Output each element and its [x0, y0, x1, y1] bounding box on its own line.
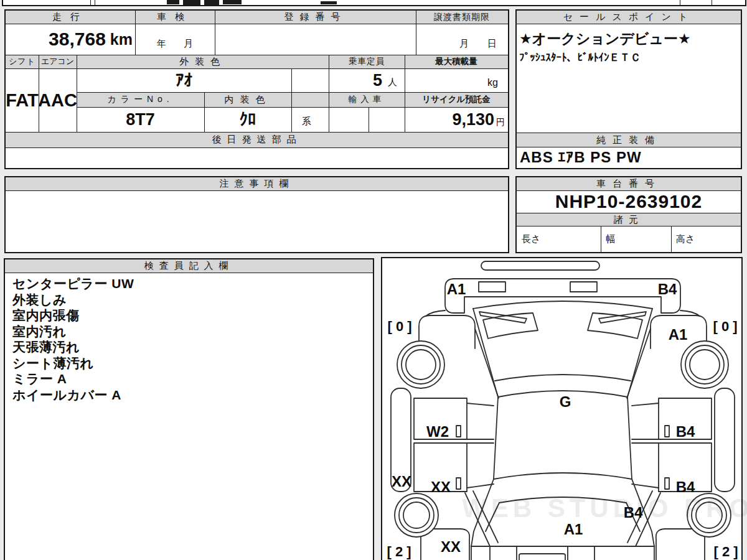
clipped-text-fragment [204, 0, 219, 5]
wheel-rear-left [395, 493, 438, 537]
inspection-month-label: 月 [184, 38, 193, 50]
damage-label-front-panel-left: A1 [447, 281, 466, 297]
deadline-day-label: 日 [487, 38, 497, 50]
divider [95, 0, 95, 6]
recycle-deposit-value: 9,130円 [405, 107, 508, 132]
wheel-front-left [397, 341, 444, 388]
recycle-deposit-number: 9,130 [452, 110, 494, 129]
import-car-header: 輸入車 [329, 92, 405, 107]
inspection-year-label: 年 [157, 38, 166, 50]
rear-window-top-arc [494, 473, 632, 479]
grid-line [291, 92, 292, 132]
clipped-text-fragment [167, 0, 179, 4]
grid-line [6, 147, 508, 148]
grid-line [517, 24, 741, 24]
wheel-rear-right [687, 493, 731, 537]
clipped-text-fragment [183, 0, 200, 5]
damage-label-rear-door-right: B4 [676, 478, 695, 495]
capacity-header: 乗車定員 [329, 55, 405, 68]
roof-side-right [627, 397, 632, 479]
headlight-right [570, 282, 597, 292]
damage-label-rocker-left: XX [392, 473, 411, 490]
damage-label-front-door-left: W2 [426, 423, 449, 440]
cowl-arc [473, 301, 652, 309]
damage-label-front-fender-right: A1 [669, 326, 688, 343]
shift-header: シフト [6, 55, 39, 68]
a-pillar-outer-right [627, 329, 651, 398]
spec-width-label: 幅 [601, 226, 671, 252]
deadline-month-label: 月 [459, 38, 469, 50]
max-load-header: 最大積載量 [405, 55, 508, 68]
rear-lamp-right [568, 546, 594, 560]
inspection-header: 車検 [135, 11, 215, 24]
chassis-header: 車台番号 [517, 177, 741, 190]
clipped-top-row [2, 0, 746, 6]
grid-line [369, 107, 369, 132]
max-load-unit: kg [405, 68, 508, 92]
exterior-color-value: ｱｵ [77, 68, 291, 92]
specs-header: 諸元 [517, 213, 741, 226]
wheel-front-right [681, 341, 728, 388]
spec-length-label: 長さ [517, 226, 601, 252]
clipped-text-fragment [223, 0, 242, 4]
damage-label-rear-gate: A1 [564, 521, 583, 538]
capacity-unit: 人 [388, 77, 397, 88]
color-no-value: 8T7 [77, 107, 204, 132]
sales-point-line2: ﾌﾟｯｼｭｽﾀｰﾄ、ﾋﾞﾙﾄｲﾝＥＴＣ [519, 50, 641, 65]
interior-color-cell: ｸﾛ 系 [204, 107, 291, 132]
headlight-left [479, 282, 505, 292]
inspector-note: 天張薄汚れ [12, 339, 367, 355]
front-bumper-strip [481, 261, 599, 270]
inspector-notes-header: 検査員記入欄 [5, 259, 373, 273]
notes-header: 注意事項欄 [6, 177, 508, 190]
a-pillar-outer-left [475, 329, 499, 398]
clipped-text-fragment [321, 1, 337, 4]
mileage-header: 走行 [6, 11, 135, 24]
damage-label-rear-quarter-right: B4 [624, 504, 643, 521]
inspector-note: シート薄汚れ [12, 355, 367, 371]
interior-color-suffix: 系 [302, 116, 311, 128]
tire-depth-front-left: [ 0 ] [387, 319, 411, 334]
interior-color-value: ｸﾛ [204, 107, 291, 132]
transfer-deadline-header: 譲渡書類期限 [416, 11, 508, 24]
grid-line [6, 190, 508, 191]
divider [680, 0, 680, 6]
divider [712, 0, 712, 6]
color-no-header: カラーNo. [77, 92, 204, 107]
shift-value: FAT [6, 68, 39, 132]
tire-depth-front-right: [ 0 ] [713, 319, 737, 334]
rear-lamp-left [490, 546, 517, 560]
mileage-unit: km [110, 30, 133, 49]
inspection-placeholder: 年月 [135, 24, 215, 55]
recycle-deposit-unit: 円 [496, 117, 505, 128]
damage-label-roof: G [560, 393, 571, 410]
later-parts-header: 後日発送部品 [6, 132, 508, 147]
inspector-notes-list: センターピラー UW 外装しみ 室内内張傷 室内汚れ 天張薄汚れ シート薄汚れ … [12, 276, 367, 403]
sales-point-line1: ★オークションデビュー★ [519, 29, 691, 49]
damage-label-front-door-right: B4 [676, 423, 695, 440]
inspector-note: 外装しみ [12, 292, 367, 308]
interior-color-header: 内装色 [204, 92, 291, 107]
damage-label-rear-door-left: XX [431, 478, 451, 495]
aircon-value: AAC [39, 68, 77, 132]
roof-side-left [494, 397, 498, 479]
car-damage-diagram: A1 B4 [ 0 ] [ 0 ] A1 G W2 B4 XX XX B4 B4… [382, 258, 741, 560]
inspector-note: センターピラー UW [12, 276, 367, 292]
damage-label-rear-quarter-left: XX [441, 538, 461, 555]
recycle-deposit-header: リサイクル預託金 [405, 92, 508, 107]
hatch-side-left [486, 503, 499, 531]
damage-label-front-panel-right: B4 [658, 281, 677, 297]
auction-sheet: 走行 車検 登録番号 譲渡書類期限 38,768km 年月 月日 シフト エアコ… [0, 0, 747, 560]
aircon-header: エアコン [39, 55, 77, 68]
sales-point-header: セールスポイント [517, 11, 741, 24]
transfer-deadline-placeholder: 月日 [416, 24, 508, 55]
grid-line [5, 273, 373, 273]
inspector-note: ホイールカバー A [12, 387, 367, 403]
inspector-note: 室内内張傷 [12, 307, 367, 324]
inspector-note: ミラー A [12, 371, 367, 387]
inspector-note: 室内汚れ [12, 324, 367, 340]
license-recess [519, 554, 565, 560]
rocker-panel-right [715, 388, 735, 492]
equipment-header: 純正装備 [517, 133, 741, 147]
spec-height-label: 高さ [671, 226, 741, 252]
